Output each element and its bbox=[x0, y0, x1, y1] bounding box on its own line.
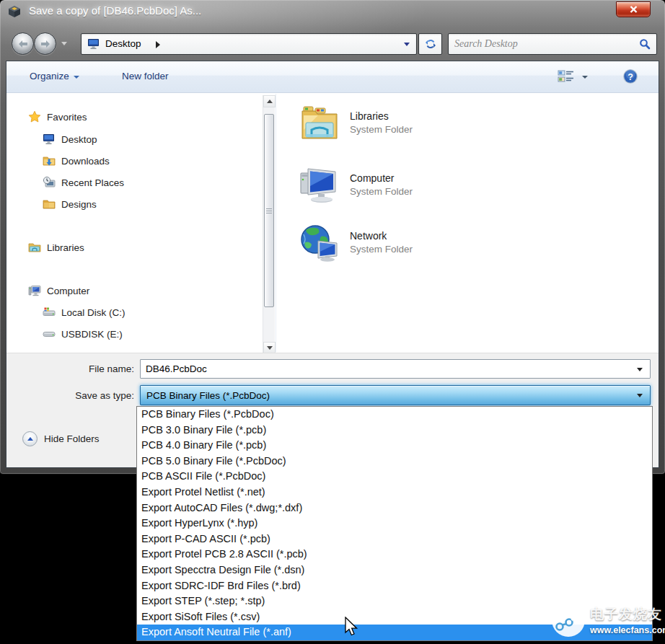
hide-folders-button[interactable]: Hide Folders bbox=[22, 431, 100, 446]
libraries-icon bbox=[299, 102, 340, 143]
filetype-option[interactable]: PCB 5.0 Binary File (*.PcbDoc) bbox=[137, 454, 652, 469]
sidebar-item-label: Recent Places bbox=[61, 177, 124, 188]
filetype-option[interactable]: Export Specctra Design File (*.dsn) bbox=[137, 563, 652, 578]
help-button[interactable]: ? bbox=[622, 69, 638, 87]
search-input[interactable] bbox=[454, 36, 627, 52]
new-folder-label: New folder bbox=[122, 71, 169, 81]
sidebar-item-usbdisk-e[interactable]: USBDISK (E:) bbox=[43, 326, 123, 342]
organize-label: Organize bbox=[30, 71, 69, 81]
window-title: Save a copy of [DB46.PcbDoc] As... bbox=[29, 4, 201, 17]
filetype-option[interactable]: Export P-CAD ASCII (*.pcb) bbox=[137, 531, 652, 547]
file-item-libraries[interactable]: Libraries System Folder bbox=[299, 101, 573, 144]
file-item-computer[interactable]: Computer System Folder bbox=[299, 163, 573, 206]
title-bar[interactable]: Save a copy of [DB46.PcbDoc] As... bbox=[0, 0, 665, 23]
forward-button[interactable] bbox=[34, 32, 56, 55]
file-item-name: Computer bbox=[350, 172, 413, 184]
scroll-up-icon[interactable] bbox=[263, 95, 276, 107]
address-bar[interactable]: Desktop bbox=[81, 33, 417, 55]
filetype-option[interactable]: Export Protel Netlist (*.net) bbox=[137, 485, 652, 500]
sidebar-item-favorites[interactable]: Favorites bbox=[28, 109, 87, 125]
network-icon bbox=[299, 222, 340, 263]
usb-disk-icon bbox=[43, 327, 56, 340]
libraries-icon bbox=[28, 241, 41, 254]
sidebar-scrollbar[interactable] bbox=[263, 95, 275, 354]
file-item-network[interactable]: Network System Folder bbox=[299, 221, 573, 264]
history-chevron-icon[interactable] bbox=[61, 42, 67, 45]
breadcrumb-location[interactable]: Desktop bbox=[105, 38, 141, 49]
filetype-option[interactable]: Export Protel PCB 2.8 ASCII (*.pcb) bbox=[137, 547, 652, 563]
views-chevron-icon bbox=[582, 76, 588, 79]
filetype-option[interactable]: Export HyperLynx (*.hyp) bbox=[137, 516, 652, 531]
sidebar-item-recent-places[interactable]: Recent Places bbox=[43, 175, 124, 190]
sidebar-item-label: Libraries bbox=[47, 242, 84, 253]
file-name-input[interactable] bbox=[146, 362, 615, 376]
search-box[interactable] bbox=[448, 33, 657, 55]
refresh-button[interactable] bbox=[418, 33, 442, 55]
sidebar-item-desktop[interactable]: Desktop bbox=[43, 131, 97, 147]
file-item-type: System Folder bbox=[350, 124, 413, 135]
elecfans-logo-icon bbox=[550, 601, 589, 640]
file-name-label: File name: bbox=[6, 363, 134, 374]
watermark-url: www.elecfans.com bbox=[590, 625, 665, 635]
organize-button[interactable]: Organize bbox=[30, 71, 79, 81]
desktop-icon bbox=[43, 133, 56, 146]
sidebar-item-designs[interactable]: Designs bbox=[43, 196, 97, 212]
hide-folders-label: Hide Folders bbox=[44, 433, 100, 444]
breadcrumb-arrow-icon[interactable] bbox=[156, 41, 160, 48]
close-icon bbox=[630, 6, 638, 13]
forward-arrow-icon bbox=[40, 40, 51, 48]
svg-text:?: ? bbox=[627, 72, 633, 82]
desktop-location-icon bbox=[87, 38, 100, 50]
recent-places-icon bbox=[43, 176, 56, 189]
filetype-option[interactable]: PCB 3.0 Binary File (*.pcb) bbox=[137, 423, 652, 438]
sidebar-item-libraries[interactable]: Libraries bbox=[28, 239, 84, 255]
change-view-button[interactable] bbox=[558, 69, 588, 83]
filetype-option[interactable]: PCB 4.0 Binary File (*.pcb) bbox=[137, 438, 652, 454]
save-as-type-combo[interactable]: PCB Binary Files (*.PcbDoc) bbox=[140, 385, 651, 405]
back-button[interactable] bbox=[12, 32, 34, 55]
filetype-option[interactable]: Export SDRC-IDF Brd Files (*.brd) bbox=[137, 578, 652, 594]
sidebar-item-label: Downloads bbox=[61, 156, 110, 167]
search-icon[interactable] bbox=[639, 38, 651, 50]
scrollbar-thumb[interactable] bbox=[264, 114, 274, 307]
filetype-option[interactable]: PCB Binary Files (*.PcbDoc) bbox=[137, 407, 652, 423]
collapse-circle-icon bbox=[22, 431, 38, 446]
organize-chevron-icon bbox=[74, 76, 79, 79]
sidebar-item-computer[interactable]: Computer bbox=[28, 283, 89, 299]
watermark-brand: 电子发烧友 bbox=[590, 605, 665, 624]
sidebar-item-label: USBDISK (E:) bbox=[61, 329, 123, 340]
sidebar-item-local-disk-c[interactable]: Local Disk (C:) bbox=[43, 304, 125, 320]
computer-icon bbox=[28, 284, 41, 297]
screen: Save a copy of [DB46.PcbDoc] As... bbox=[0, 0, 665, 644]
local-disk-icon bbox=[43, 306, 56, 319]
filetype-option[interactable]: Export AutoCAD Files (*.dwg;*.dxf) bbox=[137, 500, 652, 516]
mouse-cursor-icon bbox=[344, 617, 358, 637]
file-item-name: Libraries bbox=[350, 110, 413, 122]
save-as-type-label: Save as type: bbox=[6, 390, 134, 401]
views-icon bbox=[558, 69, 576, 83]
back-arrow-icon bbox=[17, 40, 29, 48]
sidebar-item-label: Computer bbox=[47, 286, 89, 296]
watermark: 电子发烧友 www.elecfans.com bbox=[550, 598, 664, 643]
pane-divider bbox=[276, 94, 276, 352]
file-item-name: Network bbox=[350, 230, 413, 242]
filetype-option[interactable]: PCB ASCII File (*.PcbDoc) bbox=[137, 469, 652, 485]
file-name-dropdown-icon[interactable] bbox=[637, 368, 643, 371]
sidebar-item-label: Designs bbox=[61, 199, 97, 210]
file-item-type: System Folder bbox=[350, 244, 413, 255]
sidebar-item-downloads[interactable]: Downloads bbox=[43, 153, 110, 169]
new-folder-button[interactable]: New folder bbox=[122, 71, 169, 81]
command-toolbar: Organize New folder bbox=[6, 61, 659, 93]
address-dropdown-icon[interactable] bbox=[404, 43, 410, 46]
downloads-icon bbox=[43, 154, 56, 167]
file-item-type: System Folder bbox=[350, 186, 413, 197]
sidebar-item-label: Local Disk (C:) bbox=[61, 307, 125, 318]
save-as-type-dropdown-icon[interactable] bbox=[637, 394, 643, 397]
close-button[interactable] bbox=[616, 1, 651, 17]
help-icon: ? bbox=[622, 69, 638, 84]
refresh-icon bbox=[425, 38, 436, 50]
sidebar-item-label: Favorites bbox=[47, 112, 87, 123]
star-icon bbox=[28, 110, 41, 123]
file-name-combo[interactable] bbox=[140, 359, 651, 379]
computer-icon bbox=[299, 164, 340, 205]
